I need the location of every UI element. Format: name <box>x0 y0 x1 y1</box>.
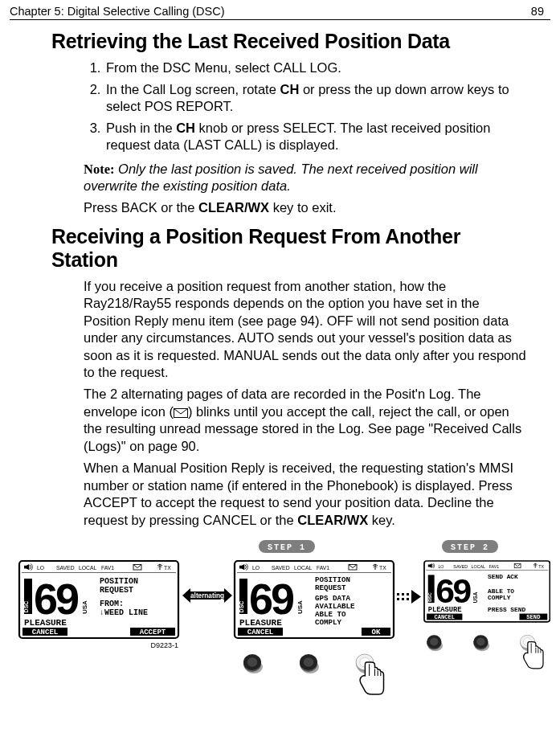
lcd-screen-2: LO SAVED LOCAL FAV1 TX DSC 69 USA PLEASU… <box>235 561 394 638</box>
note-label: Note: <box>84 162 114 177</box>
svg-text:69: 69 <box>249 575 294 623</box>
svg-text:TX: TX <box>538 564 544 569</box>
step-item: In the Call Log screen, rotate CH or pre… <box>104 81 526 115</box>
svg-text:CANCEL: CANCEL <box>247 628 273 636</box>
step-2-label: STEP 2 <box>442 540 498 553</box>
svg-text:USA: USA <box>296 600 304 614</box>
svg-text:DSC: DSC <box>23 601 29 613</box>
svg-text:REQUEST: REQUEST <box>315 583 346 592</box>
body-column: Retrieving the Last Received Position Da… <box>0 30 560 717</box>
keyword-ch: CH <box>176 121 195 135</box>
svg-text:SEND: SEND <box>526 614 540 620</box>
svg-text:69: 69 <box>34 575 79 623</box>
keyword-clearwx: CLEAR/WX <box>198 200 269 215</box>
svg-text:LOCAL: LOCAL <box>79 565 97 571</box>
svg-text:CANCEL: CANCEL <box>435 614 456 620</box>
keyword-clearwx: CLEAR/WX <box>297 513 368 527</box>
svg-text:PLEASURE: PLEASURE <box>24 618 67 628</box>
svg-text:USA: USA <box>81 600 88 614</box>
figure-dsc-screens: STEP 1 STEP 2 LO SAVED LOCAL FAV1 TX <box>10 540 550 717</box>
svg-text:PLEASURE: PLEASURE <box>239 618 282 628</box>
svg-text:TX: TX <box>164 565 171 571</box>
svg-text:DSC: DSC <box>239 601 244 613</box>
svg-text:COMPLY: COMPLY <box>488 594 511 601</box>
svg-text:OK: OK <box>372 628 381 636</box>
svg-text:FAV1: FAV1 <box>489 564 500 569</box>
svg-text:PLEASURE: PLEASURE <box>428 606 462 614</box>
svg-text:FROM:: FROM: <box>100 600 124 608</box>
paragraph: When a Manual Position Reply is received… <box>84 460 526 529</box>
section-heading-retrieve: Retrieving the Last Received Position Da… <box>51 30 526 53</box>
svg-text:LOCAL: LOCAL <box>294 565 313 571</box>
svg-text:POSITION: POSITION <box>100 577 138 586</box>
svg-text:DSC: DSC <box>427 592 432 602</box>
svg-text:FAV1: FAV1 <box>101 565 114 571</box>
text: key to exit. <box>269 200 336 215</box>
step-text: Push in the <box>106 121 176 135</box>
svg-text:TX: TX <box>379 565 386 571</box>
keyword-ch: CH <box>280 82 299 96</box>
svg-text:STEP 2: STEP 2 <box>451 542 489 551</box>
envelope-icon <box>174 408 188 418</box>
softkey-row-2 <box>243 654 384 694</box>
alternating-label: alternating <box>182 588 232 603</box>
note-text: Only the last position is saved. The nex… <box>84 162 478 193</box>
text: key. <box>368 513 395 527</box>
page-number: 89 <box>531 5 544 18</box>
step-1-label: STEP 1 <box>259 540 315 553</box>
note: Note: Only the last position is saved. T… <box>84 161 526 195</box>
svg-text:LO: LO <box>252 565 260 571</box>
step-item: From the DSC Menu, select CALL LOG. <box>104 59 526 76</box>
svg-text:PRESS SEND: PRESS SEND <box>488 606 526 613</box>
header-rule <box>10 19 550 20</box>
lcd-screen-3: LO SAVED LOCAL FAV1 TX DSC 69 USA <box>424 561 550 622</box>
svg-text:SAVED: SAVED <box>453 564 468 569</box>
svg-text:COMPLY: COMPLY <box>315 618 342 627</box>
svg-text:ACCEPT: ACCEPT <box>140 628 166 636</box>
text: Press BACK or the <box>84 200 198 215</box>
paragraph: If you receive a position request from a… <box>84 278 526 382</box>
chapter-title: Chapter 5: Digital Selective Calling (DS… <box>10 5 225 18</box>
softkey-row-3 <box>427 635 543 669</box>
svg-text:69: 69 <box>435 571 471 610</box>
svg-text:alternating: alternating <box>190 592 224 600</box>
step-item: Push in the CH knob or press SELECT. The… <box>104 120 526 153</box>
svg-text:REQUEST: REQUEST <box>100 586 133 595</box>
step-text: In the Call Log screen, rotate <box>106 82 280 96</box>
svg-text:SEND ACK: SEND ACK <box>488 573 518 580</box>
svg-text:SAVED: SAVED <box>272 565 290 571</box>
svg-text:LO: LO <box>37 565 44 571</box>
svg-text:↓WEED LINE: ↓WEED LINE <box>100 608 148 617</box>
svg-text:SAVED: SAVED <box>56 565 75 571</box>
exit-instruction: Press BACK or the CLEAR/WX key to exit. <box>84 199 526 216</box>
svg-text:ABLE TO: ABLE TO <box>488 587 514 594</box>
svg-text:LO: LO <box>438 564 444 569</box>
step-text: From the DSC Menu, select CALL LOG. <box>106 60 341 75</box>
svg-text:USA: USA <box>472 591 478 603</box>
svg-text:FAV1: FAV1 <box>317 565 329 571</box>
running-header: Chapter 5: Digital Selective Calling (DS… <box>0 0 560 19</box>
step-list: From the DSC Menu, select CALL LOG. In t… <box>104 59 526 154</box>
lcd-screen-1: LO SAVED LOCAL FAV1 TX DSC 69 USA PLEASU… <box>19 561 178 638</box>
svg-text:CANCEL: CANCEL <box>32 628 58 636</box>
figure-reference: D9223-1 <box>150 641 178 649</box>
right-arrow-icon <box>397 590 421 604</box>
svg-text:LOCAL: LOCAL <box>471 564 485 569</box>
paragraph: The 2 alternating pages of data are reco… <box>84 386 526 455</box>
svg-text:STEP 1: STEP 1 <box>268 542 306 551</box>
section-heading-receive: Receiving a Position Request From Anothe… <box>51 225 526 272</box>
